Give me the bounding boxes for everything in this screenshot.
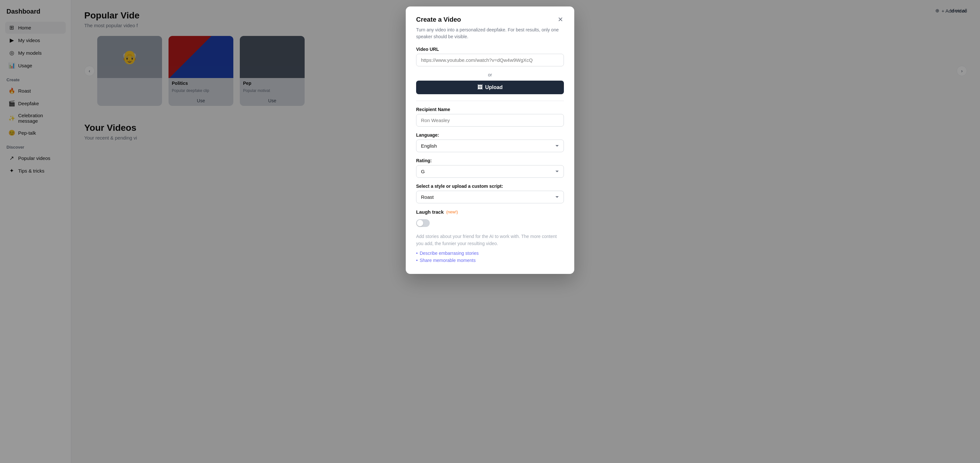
rating-group: Rating: G PG PG-13 R [416, 158, 564, 178]
language-group: Language: English Spanish French German … [416, 132, 564, 152]
laugh-track-toggle[interactable] [416, 219, 430, 227]
recipient-name-group: Recipient Name [416, 107, 564, 127]
hint-list: Describe embarrasing stories Share memor… [416, 251, 564, 263]
list-item[interactable]: Share memorable moments [416, 258, 564, 263]
divider [416, 101, 564, 101]
language-select[interactable]: English Spanish French German Italian Po… [416, 140, 564, 152]
video-url-group: Video URL [416, 47, 564, 67]
modal-close-button[interactable]: ✕ [557, 16, 564, 23]
rating-label: Rating: [416, 158, 564, 163]
laugh-track-row: Laugh track (new!) [416, 209, 564, 215]
upload-label: Upload [485, 84, 503, 90]
language-label: Language: [416, 132, 564, 138]
laugh-track-label: Laugh track [416, 209, 444, 215]
style-group: Select a style or upload a custom script… [416, 184, 564, 203]
or-divider: or [416, 72, 564, 78]
recipient-name-input[interactable] [416, 114, 564, 127]
video-url-input[interactable] [416, 54, 564, 67]
style-label: Select a style or upload a custom script… [416, 184, 564, 189]
create-video-modal: Create a Video ✕ Turn any video into a p… [406, 6, 574, 274]
upload-icon: 🖼 [477, 84, 482, 90]
upload-button[interactable]: 🖼 Upload [416, 81, 564, 94]
modal-title: Create a Video [416, 16, 461, 23]
video-url-label: Video URL [416, 47, 564, 52]
recipient-name-label: Recipient Name [416, 107, 564, 112]
modal-header: Create a Video ✕ [416, 16, 564, 23]
rating-select[interactable]: G PG PG-13 R [416, 165, 564, 178]
hint-text: Add stories about your friend for the AI… [416, 233, 564, 247]
laugh-track-new-badge: (new!) [446, 209, 458, 214]
toggle-knob [417, 220, 423, 226]
list-item[interactable]: Describe embarrasing stories [416, 251, 564, 256]
style-select[interactable]: Roast Celebration Pep-talk Custom [416, 191, 564, 203]
modal-overlay: Create a Video ✕ Turn any video into a p… [0, 0, 980, 463]
modal-description: Turn any video into a personalized deepf… [416, 27, 564, 40]
